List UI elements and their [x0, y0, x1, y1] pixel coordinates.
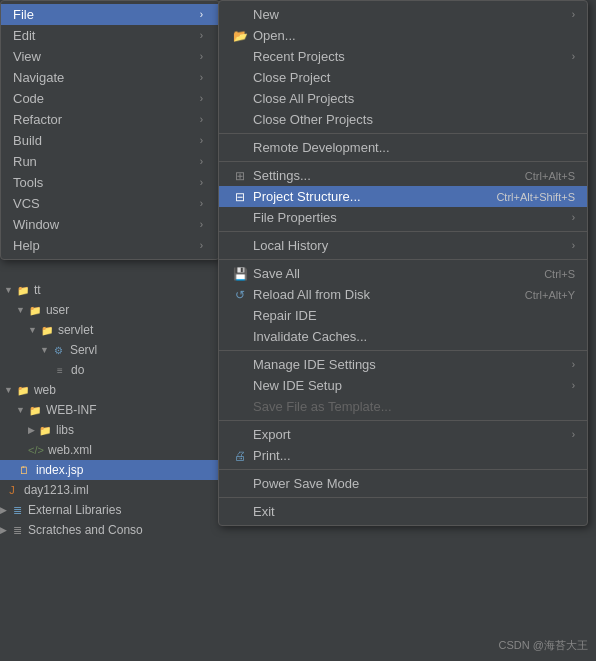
- menu-item-vcs[interactable]: VCS ›: [1, 193, 219, 214]
- submenu-export-label: Export: [253, 427, 291, 442]
- submenu-item-save-all[interactable]: 💾 Save All Ctrl+S: [219, 263, 587, 284]
- submenu-item-new[interactable]: New ›: [219, 4, 587, 25]
- menu-item-window[interactable]: Window ›: [1, 214, 219, 235]
- submenu-item-open[interactable]: 📂 Open...: [219, 25, 587, 46]
- submenu-item-exit[interactable]: Exit: [219, 501, 587, 522]
- tree-item-servlet-folder[interactable]: ▼ 📁 servlet: [0, 320, 220, 340]
- tree-item-libs[interactable]: ▶ 📁 libs: [0, 420, 220, 440]
- separator-3: [219, 231, 587, 232]
- menu-item-tools[interactable]: Tools ›: [1, 172, 219, 193]
- submenu-item-invalidate[interactable]: Invalidate Caches...: [219, 326, 587, 347]
- menu-item-edit-label: Edit: [13, 28, 35, 43]
- submenu-repair-label: Repair IDE: [253, 308, 317, 323]
- menu-item-run[interactable]: Run ›: [1, 151, 219, 172]
- jsp-icon: 🗒: [16, 462, 32, 478]
- submenu-print-label: Print...: [253, 448, 291, 463]
- menu-item-window-label: Window: [13, 217, 59, 232]
- settings-shortcut: Ctrl+Alt+S: [525, 170, 575, 182]
- chevron-right-icon: ›: [572, 51, 575, 62]
- tree-item-scratches[interactable]: ▶ ≣ Scratches and Conso: [0, 520, 220, 540]
- menu-item-view-label: View: [13, 49, 41, 64]
- menu-item-help-label: Help: [13, 238, 40, 253]
- submenu-close-label: Close Project: [253, 70, 330, 85]
- submenu-item-new-ide-setup[interactable]: New IDE Setup ›: [219, 375, 587, 396]
- submenu-item-settings[interactable]: ⊞ Settings... Ctrl+Alt+S: [219, 165, 587, 186]
- menu-item-navigate[interactable]: Navigate ›: [1, 67, 219, 88]
- submenu-item-print[interactable]: 🖨 Print...: [219, 445, 587, 466]
- submenu-project-structure-label: Project Structure...: [253, 189, 361, 204]
- menu-item-build[interactable]: Build ›: [1, 130, 219, 151]
- menu-item-code[interactable]: Code ›: [1, 88, 219, 109]
- submenu-local-history-label: Local History: [253, 238, 328, 253]
- submenu-reload-label: Reload All from Disk: [253, 287, 370, 302]
- submenu-exit-label: Exit: [253, 504, 275, 519]
- submenu-item-export[interactable]: Export ›: [219, 424, 587, 445]
- submenu-item-reload[interactable]: ↺ Reload All from Disk Ctrl+Alt+Y: [219, 284, 587, 305]
- project-structure-shortcut: Ctrl+Alt+Shift+S: [496, 191, 575, 203]
- tree-item-servl[interactable]: ▼ ⚙ Servl: [0, 340, 220, 360]
- separator-5: [219, 350, 587, 351]
- submenu-item-local-history[interactable]: Local History ›: [219, 235, 587, 256]
- folder-icon: 📁: [15, 282, 31, 298]
- submenu-closeother-label: Close Other Projects: [253, 112, 373, 127]
- submenu-invalidate-label: Invalidate Caches...: [253, 329, 367, 344]
- submenu-item-file-properties[interactable]: File Properties ›: [219, 207, 587, 228]
- menu-item-file[interactable]: File ›: [1, 4, 219, 25]
- tree-item-web[interactable]: ▼ 📁 web: [0, 380, 220, 400]
- submenu-item-recent[interactable]: Recent Projects ›: [219, 46, 587, 67]
- folder-icon: 📁: [37, 422, 53, 438]
- arrow-icon: ▶: [28, 425, 35, 435]
- submenu-file-properties-label: File Properties: [253, 210, 337, 225]
- submenu-item-remote[interactable]: Remote Development...: [219, 137, 587, 158]
- tree-item-extlibs[interactable]: ▶ ≣ External Libraries: [0, 500, 220, 520]
- chevron-right-icon: ›: [200, 156, 203, 167]
- iml-icon: J: [4, 482, 20, 498]
- watermark-text: CSDN @海苔大王: [499, 639, 588, 651]
- submenu-item-closeother[interactable]: Close Other Projects: [219, 109, 587, 130]
- tree-item-user[interactable]: ▼ 📁 user: [0, 300, 220, 320]
- reload-shortcut: Ctrl+Alt+Y: [525, 289, 575, 301]
- submenu-item-closeall[interactable]: Close All Projects: [219, 88, 587, 109]
- chevron-right-icon: ›: [572, 359, 575, 370]
- submenu-item-repair[interactable]: Repair IDE: [219, 305, 587, 326]
- submenu-open-label: Open...: [253, 28, 296, 43]
- separator-7: [219, 469, 587, 470]
- tree-item-iml[interactable]: J day1213.iml: [0, 480, 220, 500]
- tree-item-indexjsp[interactable]: 🗒 index.jsp: [0, 460, 220, 480]
- chevron-right-icon: ›: [200, 51, 203, 62]
- tree-item-webxml[interactable]: </> web.xml: [0, 440, 220, 460]
- arrow-icon: ▼: [4, 285, 13, 295]
- submenu-item-manage-ide[interactable]: Manage IDE Settings ›: [219, 354, 587, 375]
- menu-item-edit[interactable]: Edit ›: [1, 25, 219, 46]
- submenu-power-save-label: Power Save Mode: [253, 476, 359, 491]
- chevron-right-icon: ›: [200, 219, 203, 230]
- tree-item-do[interactable]: ≡ do: [0, 360, 220, 380]
- xml-icon: </>: [28, 442, 44, 458]
- menu-item-help[interactable]: Help ›: [1, 235, 219, 256]
- menu-item-vcs-label: VCS: [13, 196, 40, 211]
- submenu-settings-label: Settings...: [253, 168, 311, 183]
- chevron-right-icon: ›: [200, 93, 203, 104]
- menu-item-build-label: Build: [13, 133, 42, 148]
- chevron-right-icon: ›: [200, 9, 203, 20]
- submenu-item-power-save[interactable]: Power Save Mode: [219, 473, 587, 494]
- project-structure-icon: ⊟: [231, 190, 249, 204]
- tree-item-webinf[interactable]: ▼ 📁 WEB-INF: [0, 400, 220, 420]
- folder-open-icon: 📂: [231, 29, 249, 43]
- separator-6: [219, 420, 587, 421]
- submenu-manage-ide-label: Manage IDE Settings: [253, 357, 376, 372]
- tree-item-tt[interactable]: ▼ 📁 tt: [0, 280, 220, 300]
- menu-item-refactor[interactable]: Refactor ›: [1, 109, 219, 130]
- menu-item-refactor-label: Refactor: [13, 112, 62, 127]
- submenu-item-close[interactable]: Close Project: [219, 67, 587, 88]
- file-submenu-dropdown: New › 📂 Open... Recent Projects › Close …: [218, 0, 588, 526]
- menu-item-navigate-label: Navigate: [13, 70, 64, 85]
- watermark: CSDN @海苔大王: [499, 638, 588, 653]
- separator-8: [219, 497, 587, 498]
- submenu-new-label: New: [253, 7, 279, 22]
- submenu-item-project-structure[interactable]: ⊟ Project Structure... Ctrl+Alt+Shift+S: [219, 186, 587, 207]
- reload-icon: ↺: [231, 288, 249, 302]
- menu-item-view[interactable]: View ›: [1, 46, 219, 67]
- separator-1: [219, 133, 587, 134]
- arrow-icon: ▼: [16, 405, 25, 415]
